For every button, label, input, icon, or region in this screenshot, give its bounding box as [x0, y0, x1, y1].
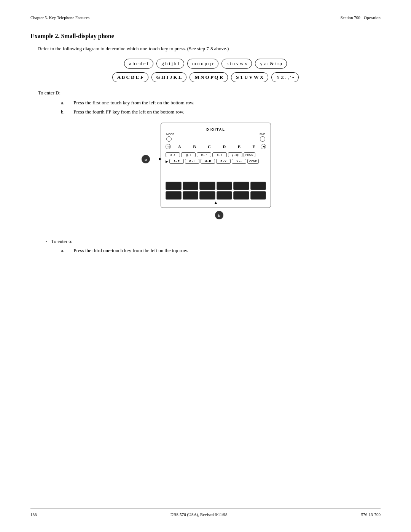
key-abcdef: a b c d e f [124, 59, 153, 69]
footer-center: DBS 576 (USA), Revised 6/11/98 [170, 512, 228, 517]
bottom-key-1-4 [217, 182, 233, 190]
bottom-key-2-1 [166, 191, 182, 200]
key-mr: m - r [197, 152, 211, 157]
step-d-b: Press the fourth FF key from the left on… [61, 109, 381, 115]
end-label: END [260, 133, 265, 136]
header-left: Chapter 5. Key Telephone Features [30, 15, 89, 20]
nav-letter-C: C [208, 144, 211, 149]
nav-row: ◁ A B C D E F ◀ [164, 143, 268, 150]
bottom-key-1-2 [183, 182, 199, 190]
nav-letter-F: F [253, 144, 255, 149]
to-enter-o: - To enter o: [46, 238, 381, 244]
key-row-lowercase: a b c d e f g h i j k l m n o p q r s t … [30, 59, 381, 69]
phone-row1-keys: a - f g - l m - r s - x y - sp PROG [164, 152, 268, 157]
to-enter-o-dash: - [46, 238, 47, 244]
arrow-up-b: ▲ [164, 200, 268, 204]
phone-diagram: DIGITAL MODE END ◁ [161, 123, 271, 208]
bottom-key-2-5 [233, 191, 249, 200]
content-main: Example 2. Small-display phone Refer to … [30, 33, 381, 508]
footer-left: 188 [30, 512, 37, 517]
key-SX: S - X [216, 159, 231, 164]
key-sx: s - x [212, 152, 227, 157]
phone-row2-keys: ▶ A - F G - L M - R S - X Y - - CONF [164, 159, 268, 164]
key-mnopqr: m n o p q r [187, 59, 219, 69]
key-ABCDEF: A B C D E F [112, 72, 148, 82]
bottom-key-1-3 [199, 182, 215, 190]
key-ysp: y - sp [228, 152, 242, 157]
page: Chapter 5. Key Telephone Features Sectio… [0, 0, 411, 532]
nav-letter-D: D [223, 144, 226, 149]
mode-circle [166, 136, 172, 142]
bottom-key-1-1 [166, 182, 182, 190]
steps-d: Press the first one-touch key from the l… [61, 100, 381, 115]
key-GHIJKL: G H I J K L [151, 72, 187, 82]
key-AF: A - F [169, 159, 184, 164]
intro-text: Refer to the following diagram to determ… [38, 46, 381, 52]
bottom-key-row1 [164, 182, 268, 190]
nav-letters: A B C D E F [174, 144, 259, 149]
key-GL: G - L [185, 159, 199, 164]
nav-letter-A: A [178, 144, 181, 149]
bottom-key-2-4 [217, 191, 233, 200]
key-YZ: Y Z . , ' - [271, 72, 299, 82]
section-title: Example 2. Small-display phone [30, 33, 381, 40]
to-enter-o-text: To enter o: [51, 238, 72, 244]
arrow-a-head: ▶ [159, 157, 162, 161]
nav-letter-B: B [193, 144, 196, 149]
bottom-key-2-3 [199, 191, 215, 200]
bottom-key-row2 [164, 191, 268, 200]
key-ghijkl: g h i j k l [156, 59, 184, 69]
key-row-uppercase: A B C D E F G H I J K L M N O P Q R S T … [30, 72, 381, 82]
footer-right: 576-13-700 [361, 512, 381, 517]
mode-label: MODE [166, 133, 174, 136]
steps-o: Press the third one-touch key from the l… [61, 248, 381, 254]
bottom-key-1-5 [233, 182, 249, 190]
step-d-a: Press the first one-touch key from the l… [61, 100, 381, 106]
mode-end-row: MODE END [164, 133, 268, 136]
key-stuvwx: s t u v w x [221, 59, 252, 69]
annotation-b-circle: b [215, 211, 223, 219]
nav-arrow-right: ◀ [261, 144, 266, 149]
key-gl: g - l [181, 152, 196, 157]
to-enter-d: To enter D: [38, 90, 381, 96]
key-Y: Y - - [232, 159, 246, 164]
mode-end-circles [164, 136, 268, 142]
bottom-key-1-6 [250, 182, 266, 190]
bottom-key-2-6 [250, 191, 266, 200]
key-MNOPQR: M N O P Q R [190, 72, 228, 82]
page-footer: 188 DBS 576 (USA), Revised 6/11/98 576-1… [30, 508, 381, 517]
key-conf: CONF [247, 159, 259, 164]
annotation-a-circle: a [142, 155, 150, 163]
bottom-key-2-2 [183, 191, 199, 200]
key-af: a - f [166, 152, 180, 157]
key-STUVWX: S T U V W X [231, 72, 268, 82]
nav-letter-E: E [238, 144, 241, 149]
diagram-container: a ▶ DIGITAL MODE END [30, 123, 381, 208]
step-o-a: Press the third one-touch key from the l… [61, 248, 381, 254]
key-MR: M - R [201, 159, 215, 164]
header-right: Section 700 - Operation [341, 15, 381, 20]
key-yzsp: y z : & / sp [255, 59, 287, 69]
page-header: Chapter 5. Key Telephone Features Sectio… [30, 15, 381, 21]
nav-arrow-left: ◁ [166, 144, 171, 149]
end-circle [260, 136, 265, 142]
key-prog: PROG [244, 152, 255, 157]
phone-brand: DIGITAL [206, 128, 225, 131]
